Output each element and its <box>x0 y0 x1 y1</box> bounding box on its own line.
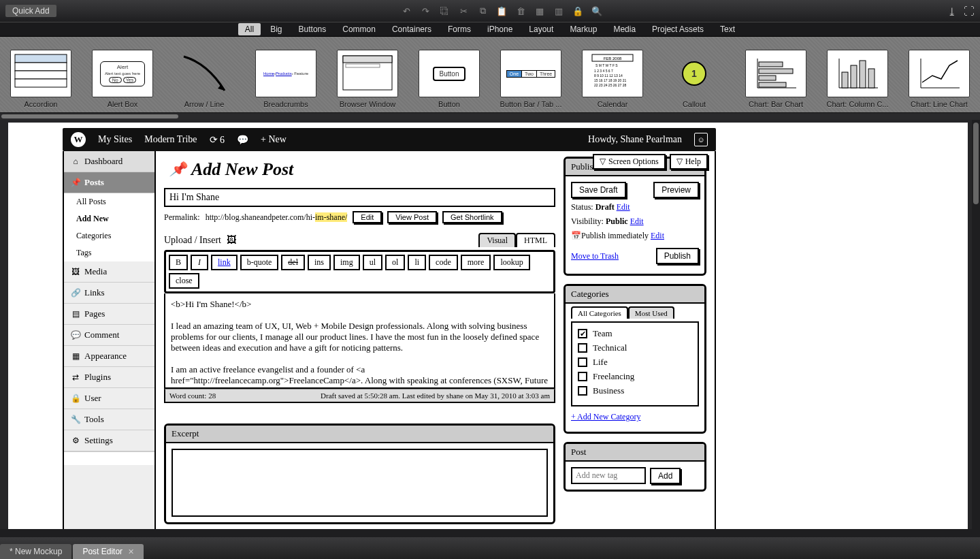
tab-visual[interactable]: Visual <box>478 233 516 247</box>
sidebar-item-user[interactable]: 🔒User <box>64 388 154 409</box>
category-tab[interactable]: All <box>238 23 261 35</box>
undo-icon[interactable]: ↶ <box>401 5 412 16</box>
close-icon[interactable]: ✕ <box>128 547 134 556</box>
sidebar-item-pages[interactable]: ▤Pages <box>64 304 154 325</box>
category-tab[interactable]: Layout <box>522 23 560 35</box>
view-post-button[interactable]: View Post <box>387 211 437 223</box>
delete-icon[interactable]: 🗑 <box>515 5 526 16</box>
library-item[interactable]: Home › Products › Feature Breadcrumbs <box>245 37 327 112</box>
help-button[interactable]: ▽Help <box>670 154 708 170</box>
adminbar-comments-icon[interactable]: 💬 <box>237 134 248 146</box>
post-title-input[interactable] <box>164 188 555 207</box>
tb-link[interactable]: link <box>211 255 238 270</box>
permalink-edit-button[interactable]: Edit <box>353 211 382 223</box>
sidebar-item-links[interactable]: 🔗Links <box>64 283 154 304</box>
tab-html[interactable]: HTML <box>516 233 555 247</box>
tb-li[interactable]: li <box>408 255 426 270</box>
library-item[interactable]: AlertAlert text goes hereNoYes Alert Box <box>82 37 163 112</box>
category-tab[interactable]: iPhone <box>480 23 519 35</box>
category-item[interactable]: Technical <box>578 342 692 353</box>
library-scrollbar[interactable] <box>0 113 980 120</box>
tb-bquote[interactable]: b-quote <box>240 255 279 270</box>
fullscreen-icon[interactable]: ⛶ <box>964 5 975 16</box>
category-item[interactable]: Life <box>578 357 692 368</box>
sidebar-item-settings[interactable]: ⚙Settings <box>64 430 154 451</box>
library-item[interactable]: Chart: Line Chart <box>898 37 980 112</box>
sidebar-item-posts[interactable]: 📌Posts <box>64 172 154 193</box>
tb-more[interactable]: more <box>461 255 491 270</box>
library-item[interactable]: Browser Window <box>327 37 408 112</box>
category-item[interactable]: Business <box>578 385 692 396</box>
editor-textarea[interactable]: <b>Hi I'm Shane!</b> I lead an amazing t… <box>164 293 555 389</box>
publish-button[interactable]: Publish <box>656 248 699 264</box>
status-edit-link[interactable]: Edit <box>617 202 630 212</box>
sidebar-sub-tags[interactable]: Tags <box>64 244 154 261</box>
category-tab[interactable]: Media <box>606 23 642 35</box>
tab-all-categories[interactable]: All Categories <box>571 306 628 319</box>
sidebar-item-plugins[interactable]: ⇄Plugins <box>64 367 154 388</box>
library-item[interactable]: Accordion <box>0 37 82 112</box>
cut-icon[interactable]: ✂ <box>458 5 469 16</box>
sidebar-item-dashboard[interactable]: ⌂Dashboard <box>64 151 154 172</box>
category-tab[interactable]: Containers <box>385 23 438 35</box>
library-item[interactable]: Button Button <box>408 37 490 112</box>
sidebar-sub-categories[interactable]: Categories <box>64 227 154 244</box>
category-tab[interactable]: Text <box>713 23 742 35</box>
category-tab[interactable]: Forms <box>441 23 478 35</box>
screen-options-button[interactable]: ▽Screen Options <box>593 154 666 170</box>
tb-italic[interactable]: I <box>191 255 208 270</box>
library-item[interactable]: OneTwoThree Button Bar / Tab ... <box>490 37 572 112</box>
library-item[interactable]: Chart: Column C... <box>817 37 898 112</box>
save-draft-button[interactable]: Save Draft <box>571 182 626 198</box>
add-media-icon[interactable]: 🖼 <box>227 235 236 246</box>
sidebar-item-appearance[interactable]: ▦Appearance <box>64 346 154 367</box>
adminbar-new[interactable]: + New <box>261 134 287 145</box>
adminbar-howdy[interactable]: Howdy, Shane Pearlman <box>588 134 682 145</box>
library-item[interactable]: 1 Callout <box>653 37 735 112</box>
preview-button[interactable]: Preview <box>653 182 699 198</box>
sidebar-sub-allposts[interactable]: All Posts <box>64 193 154 210</box>
excerpt-textarea[interactable] <box>172 449 548 517</box>
wp-logo-icon[interactable]: W <box>71 132 86 147</box>
tb-code[interactable]: code <box>429 255 458 270</box>
export-icon[interactable]: ⤓ <box>947 5 958 16</box>
tb-lookup[interactable]: lookup <box>493 255 529 270</box>
sidebar-item-tools[interactable]: 🔧Tools <box>64 409 154 430</box>
search-icon[interactable]: 🔍 <box>591 5 602 16</box>
document-tab[interactable]: * New Mockup <box>0 544 71 559</box>
category-tab[interactable]: Markup <box>563 23 604 35</box>
add-new-category-link[interactable]: + Add New Category <box>571 412 640 421</box>
group-icon[interactable]: ▦ <box>534 5 545 16</box>
sidebar-item-media[interactable]: 🖼Media <box>64 261 154 283</box>
tb-ol[interactable]: ol <box>385 255 405 270</box>
tb-close[interactable]: close <box>169 273 199 289</box>
sidebar-item-comment[interactable]: 💬Comment <box>64 325 154 346</box>
tab-most-used[interactable]: Most Used <box>628 306 674 319</box>
lock-icon[interactable]: 🔒 <box>572 5 583 16</box>
redo-icon[interactable]: ↷ <box>420 5 431 16</box>
category-tab[interactable]: Common <box>336 23 382 35</box>
add-tag-button[interactable]: Add <box>650 468 681 484</box>
library-item[interactable]: Chart: Bar Chart <box>735 37 817 112</box>
avatar-icon[interactable]: ☺ <box>694 133 708 146</box>
tb-del[interactable]: del <box>281 255 305 270</box>
sidebar-sub-addnew[interactable]: Add New <box>64 210 154 227</box>
paste-icon[interactable]: 📋 <box>496 5 507 16</box>
canvas-horizontal-scrollbar[interactable] <box>0 529 972 537</box>
quick-add-label[interactable]: Quick Add <box>5 5 56 17</box>
category-tab[interactable]: Big <box>263 23 289 35</box>
tb-bold[interactable]: B <box>169 255 188 270</box>
mockup-canvas[interactable]: W My Sites Modern Tribe ⟳ 6 💬 + New Howd… <box>8 123 968 531</box>
get-shortlink-button[interactable]: Get Shortlink <box>442 211 502 223</box>
tb-ins[interactable]: ins <box>308 255 331 270</box>
category-tab[interactable]: Buttons <box>292 23 333 35</box>
adminbar-updates[interactable]: ⟳ 6 <box>210 134 225 146</box>
move-to-trash-link[interactable]: Move to Trash <box>571 251 619 261</box>
tag-input[interactable] <box>571 467 646 484</box>
schedule-edit-link[interactable]: Edit <box>651 231 664 240</box>
tb-ul[interactable]: ul <box>363 255 382 270</box>
category-tab[interactable]: Project Assets <box>645 23 710 35</box>
canvas-vertical-scrollbar[interactable] <box>972 120 980 537</box>
library-item[interactable]: FEB 2008 S M T W T F S 1 2 3 4 5 6 7 8 9… <box>572 37 653 112</box>
adminbar-sitename[interactable]: Modern Tribe <box>144 134 197 145</box>
